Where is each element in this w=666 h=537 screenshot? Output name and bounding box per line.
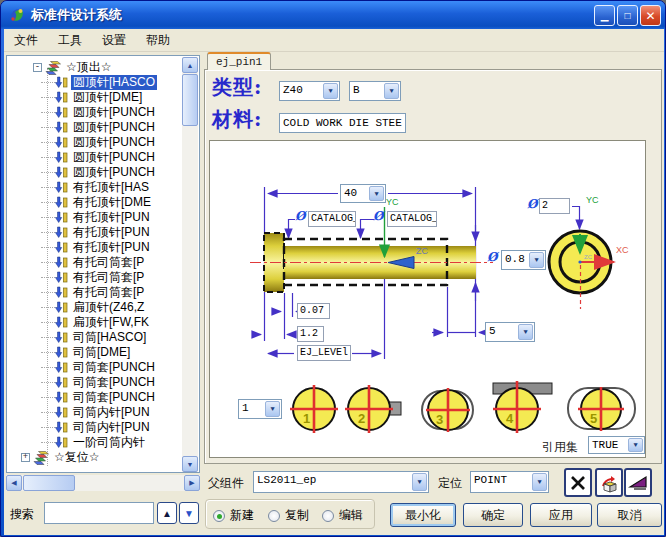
ejector-pin-icon xyxy=(55,211,68,224)
ejector-pin-icon xyxy=(55,376,68,389)
tree-item[interactable]: 圆顶针[PUNCH xyxy=(7,105,199,120)
length-dim-combo[interactable]: 40 ▼ xyxy=(340,184,386,203)
end-dim-combo[interactable]: 5 ▼ xyxy=(485,322,535,342)
menu-tools[interactable]: 工具 xyxy=(48,29,92,52)
scroll-right-icon[interactable]: ▶ xyxy=(184,475,200,491)
tree-connector xyxy=(41,127,55,128)
tree-item[interactable]: 有托顶针[PUN xyxy=(7,240,199,255)
tree-item[interactable]: 司筒[HASCO] xyxy=(7,330,199,345)
zc-axis-label: ZC xyxy=(584,254,593,260)
material-input[interactable] xyxy=(279,113,406,133)
tree-item[interactable]: 一阶司筒内针 xyxy=(7,435,199,450)
scroll-up-icon[interactable]: ▲ xyxy=(182,57,198,73)
search-next-button[interactable]: ▼ xyxy=(179,502,199,524)
tree-item[interactable]: 圆顶针[PUNCH xyxy=(7,165,199,180)
scroll-left-icon[interactable]: ◀ xyxy=(6,475,22,491)
tree-item[interactable]: 圆顶针[PUNCH xyxy=(7,135,199,150)
tree-item[interactable]: 扁顶针[FW,FK xyxy=(7,315,199,330)
expander-icon[interactable]: - xyxy=(33,63,42,72)
tree-root[interactable]: -☆顶出☆ xyxy=(7,60,199,75)
tree-item[interactable]: 司筒[DME] xyxy=(7,345,199,360)
tree-item-label: 司筒套[PUNCH xyxy=(71,375,157,390)
catalog-mid-field[interactable]: CATALOG_ xyxy=(387,211,437,227)
chevron-down-icon: ▼ xyxy=(265,401,280,417)
tree-item[interactable]: 司筒内针[PUN xyxy=(7,405,199,420)
tree-horizontal-scrollbar[interactable]: ◀ ▶ xyxy=(6,475,200,491)
purple-triangle-icon xyxy=(628,474,648,492)
scroll-down-icon[interactable]: ▼ xyxy=(182,456,198,472)
tree-item[interactable]: 司筒套[PUNCH xyxy=(7,390,199,405)
radio-edit[interactable]: 编辑 xyxy=(322,507,363,524)
radio-label: 新建 xyxy=(230,507,254,524)
menu-file[interactable]: 文件 xyxy=(4,29,48,52)
fit-dia-combo[interactable]: 0.8 ▼ xyxy=(501,250,546,270)
tree-connector xyxy=(41,82,55,83)
tree-connector xyxy=(41,217,55,218)
parent-combo[interactable]: LS2011_ep ▼ xyxy=(253,471,429,493)
tree-connector xyxy=(41,337,55,338)
head-thickness-field[interactable]: 1.2 xyxy=(297,326,324,342)
tree-item[interactable]: 圆顶针[HASCO xyxy=(7,75,199,90)
refset-combo[interactable]: TRUE ▼ xyxy=(588,436,645,454)
refset-value: TRUE xyxy=(589,437,627,453)
parts-tree: -☆顶出☆圆顶针[HASCO圆顶针[DME]圆顶针[PUNCH圆顶针[PUNCH… xyxy=(6,55,200,473)
drawing-area: YC ZC YC XC ZC xyxy=(209,140,646,458)
tree-item[interactable]: 司筒套[PUNCH xyxy=(7,375,199,390)
tip-dia-field[interactable]: 2 xyxy=(539,198,570,214)
tree-item[interactable]: 有托司筒套[P xyxy=(7,285,199,300)
tree-root-partial[interactable]: +☆复位☆ xyxy=(7,450,199,465)
search-input[interactable] xyxy=(44,502,154,524)
close-button[interactable]: ✕ xyxy=(640,5,661,26)
minimize-button[interactable]: ▁ xyxy=(594,5,615,26)
tree-root-label: ☆顶出☆ xyxy=(64,60,114,75)
reposition-button[interactable] xyxy=(595,468,623,497)
tree-item-label: 圆顶针[PUNCH xyxy=(71,150,157,165)
maximize-button[interactable]: □ xyxy=(617,5,638,26)
scrollbar-thumb[interactable] xyxy=(23,475,75,491)
radio-copy[interactable]: 复制 xyxy=(268,507,309,524)
tree-item[interactable]: 有托顶针[HAS xyxy=(7,180,199,195)
tree-item[interactable]: 司筒套[PUNCH xyxy=(7,360,199,375)
tree-item[interactable]: 有托司筒套[P xyxy=(7,270,199,285)
dialog-panel: ej_pin1 类型: Z40 ▼ B ▼ 材料: xyxy=(203,52,664,535)
scrollbar-thumb[interactable] xyxy=(182,74,198,126)
menu-help[interactable]: 帮助 xyxy=(136,29,180,52)
radio-new[interactable]: 新建 xyxy=(213,507,254,524)
ejector-pin-icon xyxy=(55,196,68,209)
tree-item[interactable]: 圆顶针[PUNCH xyxy=(7,150,199,165)
search-prev-button[interactable]: ▲ xyxy=(157,502,177,524)
tree-item[interactable]: 有托司筒套[P xyxy=(7,255,199,270)
ok-button[interactable]: 确定 xyxy=(463,503,523,527)
tree-connector xyxy=(41,277,55,278)
apply-button[interactable]: 应用 xyxy=(530,503,592,527)
tree-item[interactable]: 圆顶针[DME] xyxy=(7,90,199,105)
tree-connector xyxy=(41,157,55,158)
expander-icon[interactable]: + xyxy=(21,453,30,462)
tree-item[interactable]: 有托顶针[PUN xyxy=(7,225,199,240)
menu-settings[interactable]: 设置 xyxy=(92,29,136,52)
tree-connector xyxy=(41,232,55,233)
tab-ej-pin1[interactable]: ej_pin1 xyxy=(207,52,271,70)
tree-item[interactable]: 有托顶针[DME xyxy=(7,195,199,210)
cancel-button[interactable]: 取消 xyxy=(597,503,662,527)
catalog-top-field[interactable]: CATALOG_ xyxy=(308,211,356,227)
ej-level-field[interactable]: EJ_LEVEl xyxy=(297,345,351,361)
tree-connector xyxy=(41,187,55,188)
subtype-combo[interactable]: B ▼ xyxy=(349,81,401,101)
delete-button[interactable] xyxy=(564,468,592,497)
minimize-dialog-button[interactable]: 最小化 xyxy=(390,503,456,527)
tip-style-combo[interactable]: 1 ▼ xyxy=(238,399,282,419)
tree-vertical-scrollbar[interactable]: ▲ ▼ xyxy=(182,57,198,472)
type-combo[interactable]: Z40 ▼ xyxy=(279,81,340,101)
ejector-pin-icon xyxy=(55,256,68,269)
tree-item-label: 一阶司筒内针 xyxy=(71,435,147,450)
head-gap-field[interactable]: 0.07 xyxy=(297,303,330,319)
flip-direction-button[interactable] xyxy=(624,468,652,497)
tree-item[interactable]: 司筒内针[PUN xyxy=(7,420,199,435)
diameter-icon: Ø xyxy=(527,197,537,211)
tree-item[interactable]: 有托顶针[PUN xyxy=(7,210,199,225)
tree-item[interactable]: 扁顶针(Z46,Z xyxy=(7,300,199,315)
tree-item-label: 圆顶针[PUNCH xyxy=(71,165,157,180)
locate-combo[interactable]: POINT ▼ xyxy=(470,471,549,493)
tree-item[interactable]: 圆顶针[PUNCH xyxy=(7,120,199,135)
